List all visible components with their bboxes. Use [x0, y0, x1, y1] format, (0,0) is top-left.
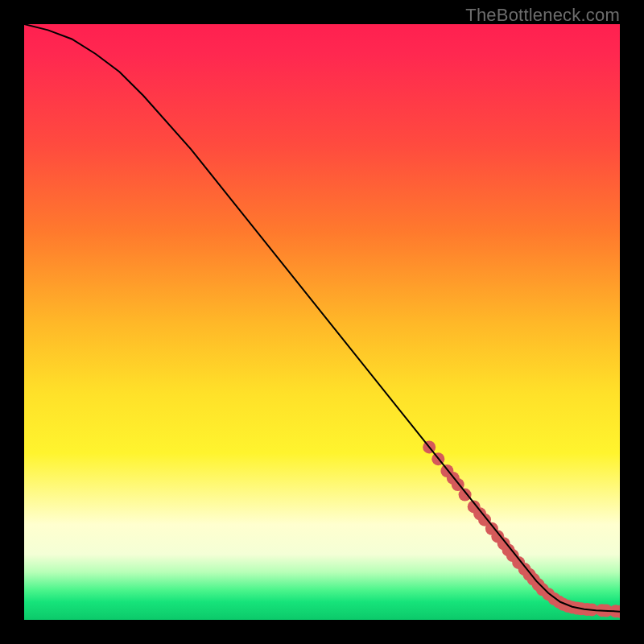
- watermark-text: TheBottleneck.com: [465, 5, 620, 26]
- bottleneck-curve: [24, 24, 620, 612]
- chart-svg: [24, 24, 620, 620]
- marker-group: [423, 440, 620, 617]
- chart-frame: TheBottleneck.com: [0, 0, 644, 644]
- data-marker: [459, 489, 472, 502]
- plot-area: [24, 24, 620, 620]
